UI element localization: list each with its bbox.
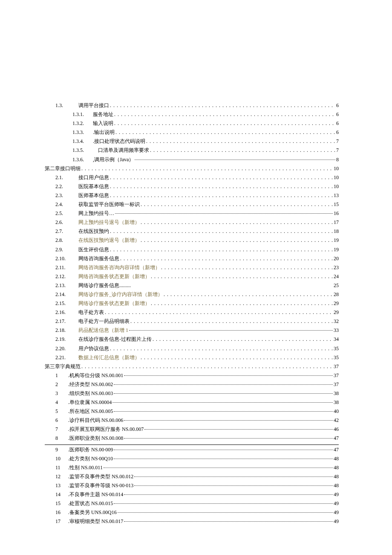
toc-page-number: 37 [334,381,339,388]
toc-page-number: 29 [334,300,339,307]
toc-entry[interactable]: 2.3.医师基本信息. . . . . . . . . . . . . . . … [45,192,339,199]
toc-entry[interactable]: 5.所在地区 NS.00.00540 [45,408,339,415]
toc-leader: . . . . . . . . . . . . . . . . . . . . … [81,363,333,370]
toc-leader: . . . . . . . . . . . . . . . . . . . . … [110,174,333,181]
toc-entry[interactable]: 第三章字典规范. . . . . . . . . . . . . . . . .… [45,363,339,370]
toc-leader: . . . . . . . . . . . . . . . . . . . . … [81,166,333,172]
toc-leader: . . . . . . . . . . . . . . . . . . . . … [110,228,333,235]
toc-leader [129,327,333,334]
toc-entry[interactable]: 2.12.网络咨询服务状态更新（新增）. . . . . . . . . . .… [45,273,339,280]
toc-title: 电子处方一药品明细表 [78,318,130,325]
toc-entry[interactable]: 1.机构等位分级 NS.00.001 37 [45,372,339,379]
toc-number: 10 [55,456,68,462]
toc-number: 9 [55,447,68,453]
toc-entry[interactable]: 2.13.网络诊疗服务信息.........25 [45,282,339,289]
toc-leader: . . . . . . . . . . . . . . . . . . . . … [150,147,335,154]
toc-page: 1.3.调用平台接口. . . . . . . . . . . . . . . … [0,0,392,555]
toc-number: 2.8. [55,237,78,244]
toc-entry[interactable]: 2.5.网上预约挂号…16 [45,210,339,217]
toc-page-number: 37 [334,372,339,379]
toc-title: 电子处方表 [78,309,104,316]
toc-number: 2.17. [55,318,78,325]
toc-entry[interactable]: 1.3.5. 口清单及调用频率要求 . . . . . . . . . . . … [45,147,339,154]
toc-page-number: 20 [334,256,339,262]
toc-entry[interactable]: 3.组织类别 NS.00.00338 [45,390,339,397]
toc-number: 1.3.3. [72,129,93,136]
toc-page-number: 7 [336,147,339,154]
toc-entry[interactable]: 12.监管不良事件类型 NS.00.012 48 [45,474,339,480]
toc-title: 第二章接口明细 [45,166,81,172]
toc-entry[interactable]: 2.20.用户协议信息. . . . . . . . . . . . . . .… [45,346,339,352]
toc-entry[interactable]: 1.3.1.服务地址. . . . . . . . . . . . . . . … [45,111,339,118]
toc-leader: . . . . . . . . . . . . . . . . . . . . … [110,346,333,352]
toc-page-number: 48 [334,482,339,489]
toc-title: 药品配送信息（新增 1 [78,327,128,334]
toc-title: .审核明细类型 NS.00.017 [68,518,123,525]
toc-entry[interactable]: 8.医师职业类别 NS.00.00847 [45,435,339,442]
toc-entry[interactable]: 2.1.接口用户信息. . . . . . . . . . . . . . . … [45,174,339,181]
toc-entry[interactable]: 2.11.网络咨询服务咨询内容详情（新增）. . . . . . . . . .… [45,264,339,271]
toc-page-number: 42 [334,417,339,424]
toc-leader [124,372,333,379]
toc-entry[interactable]: 6.诊疗科目代码 NS.00.006 42 [45,417,339,424]
toc-page-number: 7 [336,138,339,145]
toc-page-number: 35 [334,346,339,352]
toc-page-number: 8 [336,157,339,163]
toc-entry[interactable]: 2.10.网络咨询服务信息. . . . . . . . . . . . . .… [45,256,339,262]
toc-entry[interactable]: 16.备案类另 UNS.00Q1649 [45,509,339,516]
toc-title: 数据上传汇总信息（新增） [78,355,140,361]
toc-page-number: 23 [334,264,339,271]
divider [45,445,339,445]
toc-entry[interactable]: 1.3.4..接口处理状态代码说明. . . . . . . . . . . .… [45,138,339,145]
toc-title: .监管不良事件类型 NS.00.012 [68,474,133,480]
toc-entry[interactable]: 2.17.电子处方一药品明细表. . . . . . . . . . . . .… [45,318,339,325]
toc-entry[interactable]: 2.14.网络诊疗服务_诊疗内容详情（新增）. . . . . . . . . … [45,291,339,298]
toc-entry[interactable]: 2.16.电子处方表. . . . . . . . . . . . . . . … [45,309,339,316]
toc-entry[interactable]: 15.处置状态 NS.00.01549 [45,500,339,507]
toc-entry[interactable]: 2.9.医生评价信息. . . . . . . . . . . . . . . … [45,247,339,253]
toc-leader: . . . . . . . . . . . . . . . . . . . . … [141,355,333,361]
toc-entry[interactable]: 1.3.2.输入说明. . . . . . . . . . . . . . . … [45,120,339,127]
toc-entry[interactable]: 2.8.在线医技预约退号（新增）. . . . . . . . . . . . … [45,237,339,244]
toc-entry[interactable]: 1.3.6.,调用示例（Java）8 [45,157,339,163]
toc-entry[interactable]: 2.18.药品配送信息（新增 133 [45,327,339,334]
toc-entry[interactable]: 2.19.在线诊疗服务信息-过程图片上传. . . . . . . . . . … [45,336,339,343]
toc-number: 2.3. [55,192,78,199]
toc-title: 医师基本信息 [78,192,109,199]
toc-leader: . . . . . . . . . . . . . . . . . . . . … [161,264,333,271]
toc-entry[interactable]: 2.7.在线医技预约. . . . . . . . . . . . . . . … [45,228,339,235]
toc-number: 2.10. [55,256,78,262]
toc-page-number: 46 [334,426,339,433]
toc-entry[interactable]: 4.单位隶属 NS.0000438 [45,399,339,406]
toc-page-number: 47 [334,435,339,442]
toc-number: 6 [55,417,68,424]
toc-entry[interactable]: 14.不良事件主题 NS·00.01449 [45,491,339,498]
toc-title: 医生评价信息 [78,247,109,253]
toc-number: 13 [55,482,68,489]
toc-leader: . . . . . . . . . . . . . . . . . . . . … [153,336,333,343]
toc-entry[interactable]: 2.2.医院基本信息. . . . . . . . . . . . . . . … [45,183,339,190]
toc-title: 第三章字典规范 [45,363,81,370]
toc-entry[interactable]: 2.4.获取监管平台医师唯一标识. . . . . . . . . . . . … [45,201,339,208]
toc-entry[interactable]: 1.3.调用平台接口. . . . . . . . . . . . . . . … [45,102,339,109]
toc-page-number: 34 [334,336,339,343]
toc-entry[interactable]: 10.处方类别 NS·00Q1048 [45,456,339,462]
toc-title: .不良事件主题 NS·00.014 [68,491,123,498]
toc-entry[interactable]: 9.医师职务 NS.00·009 47 [45,447,339,453]
toc-number: 2.15. [55,300,78,307]
toc-entry[interactable]: 11.性别 NS.00.01148 [45,465,339,471]
toc-entry[interactable]: 2.经济类型 NS.00.00237 [45,381,339,388]
toc-entry[interactable]: 2.6.网上预约挂号退号（新增）. . . . . . . . . . . . … [45,219,339,226]
toc-entry[interactable]: 2.21.数据上传汇总信息（新增）. . . . . . . . . . . .… [45,355,339,361]
toc-entry[interactable]: 17.审核明细类型 NS.00.01749 [45,518,339,525]
toc-entry[interactable]: 1.3.3..输出说明. . . . . . . . . . . . . . .… [45,129,339,136]
toc-entry[interactable]: 7.拟开展互联网医疗服务 NS.00.007 46 [45,426,339,433]
toc-title: .单位隶属 NS.00004 [68,399,112,406]
toc-entry[interactable]: 2.15.网络诊疗服务状态更新（新增）. . . . . . . . . . .… [45,300,339,307]
toc-leader [124,417,333,424]
toc-entry[interactable]: 13.监管不良事件等级 NS·00·013 48 [45,482,339,489]
toc-number: 1.3. [55,102,78,109]
toc-entry[interactable]: 第二章接口明细. . . . . . . . . . . . . . . . .… [45,166,339,172]
toc-leader: . . . . . . . . . . . . . . . . . . . . … [120,256,333,262]
toc-leader [124,435,333,442]
